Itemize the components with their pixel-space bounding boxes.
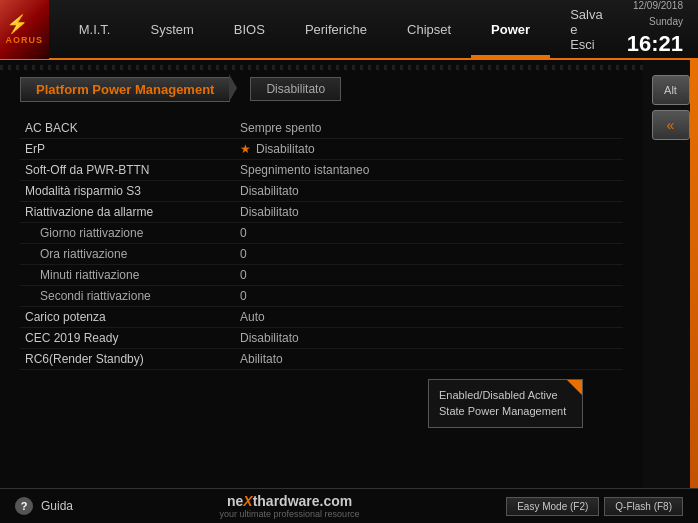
header-bar: ⚡ AORUS M.I.T.SystemBIOSPerifericheChips…	[0, 0, 698, 60]
time-display: 16:21	[623, 29, 683, 60]
settings-row[interactable]: RC6(Render Standby)Abilitato	[20, 349, 623, 370]
setting-name: Carico potenza	[20, 310, 240, 324]
nav-tab-power[interactable]: Power	[471, 0, 550, 58]
setting-value: Disabilitato	[240, 205, 623, 219]
settings-row[interactable]: Minuti riattivazione0	[20, 265, 623, 286]
bottom-bar: ? Guida neXthardware.com your ultimate p…	[0, 488, 698, 523]
setting-name: Soft-Off da PWR-BTTN	[20, 163, 240, 177]
nav-tab-salva[interactable]: Salva e Esci	[550, 0, 623, 58]
bottom-buttons: Easy Mode (F2) Q-Flash (F8)	[506, 497, 683, 516]
setting-value: ★Disabilitato	[240, 142, 623, 156]
setting-value-text: 0	[240, 226, 247, 240]
settings-row[interactable]: Ora riattivazione0	[20, 244, 623, 265]
setting-name: CEC 2019 Ready	[20, 331, 240, 345]
setting-value-text: 0	[240, 289, 247, 303]
section-value: Disabilitato	[250, 77, 341, 101]
setting-value: 0	[240, 247, 623, 261]
date-display: 12/09/2018 Sunday	[633, 0, 683, 26]
setting-name: Secondi riattivazione	[20, 289, 240, 303]
main-content: Platform Power Management Disabilitato A…	[0, 60, 698, 488]
setting-name: ErP	[20, 142, 240, 156]
setting-value-text: 0	[240, 268, 247, 282]
setting-value: 0	[240, 226, 623, 240]
section-title: Platform Power Management	[20, 77, 230, 102]
help-section: ? Guida	[15, 497, 73, 515]
orange-right-bar	[690, 60, 698, 523]
setting-name: Minuti riattivazione	[20, 268, 240, 282]
setting-value-text: Disabilitato	[240, 205, 299, 219]
logo-area: ⚡ AORUS	[0, 0, 49, 59]
setting-value-text: Spegnimento istantaneo	[240, 163, 369, 177]
easy-mode-button[interactable]: Easy Mode (F2)	[506, 497, 599, 516]
section-header: Platform Power Management Disabilitato	[20, 75, 623, 103]
settings-row[interactable]: Modalità risparmio S3Disabilitato	[20, 181, 623, 202]
setting-value: Sempre spento	[240, 121, 623, 135]
help-label: Guida	[41, 499, 73, 513]
setting-value-text: 0	[240, 247, 247, 261]
tooltip-box: Enabled/Disabled Active State Power Mana…	[428, 379, 583, 428]
settings-table: AC BACKSempre spentoErP★DisabilitatoSoft…	[20, 118, 623, 370]
setting-value-text: Sempre spento	[240, 121, 321, 135]
setting-value: Disabilitato	[240, 184, 623, 198]
setting-value: Disabilitato	[240, 331, 623, 345]
settings-row[interactable]: Carico potenzaAuto	[20, 307, 623, 328]
settings-row[interactable]: CEC 2019 ReadyDisabilitato	[20, 328, 623, 349]
setting-value-text: Disabilitato	[240, 331, 299, 345]
alt-button[interactable]: Alt	[652, 75, 690, 105]
nav-tab-chipset[interactable]: Chipset	[387, 0, 471, 58]
setting-value-text: Disabilitato	[240, 184, 299, 198]
content-area: Platform Power Management Disabilitato A…	[0, 60, 643, 488]
setting-value-text: Auto	[240, 310, 265, 324]
settings-row[interactable]: Giorno riattivazione0	[20, 223, 623, 244]
setting-value-text: Disabilitato	[256, 142, 315, 156]
setting-name: RC6(Render Standby)	[20, 352, 240, 366]
setting-name: AC BACK	[20, 121, 240, 135]
nav-tabs: M.I.T.SystemBIOSPerifericheChipsetPowerS…	[49, 0, 623, 58]
settings-row[interactable]: Secondi riattivazione0	[20, 286, 623, 307]
brand-ne: ne	[227, 493, 243, 509]
qflash-button[interactable]: Q-Flash (F8)	[604, 497, 683, 516]
brand-area: neXthardware.com your ultimate professio…	[220, 493, 360, 519]
tooltip-text: Enabled/Disabled Active State Power Mana…	[439, 389, 566, 416]
brand-name: neXthardware.com	[220, 493, 360, 509]
setting-value: Abilitato	[240, 352, 623, 366]
tooltip-corner-icon	[567, 380, 582, 395]
logo-wing-icon: ⚡	[6, 13, 44, 35]
back-button[interactable]: «	[652, 110, 690, 140]
settings-row[interactable]: AC BACKSempre spento	[20, 118, 623, 139]
help-icon[interactable]: ?	[15, 497, 33, 515]
setting-value: Auto	[240, 310, 623, 324]
setting-value: 0	[240, 268, 623, 282]
brand-sub: your ultimate professional resource	[220, 509, 360, 519]
nav-tab-periferiche[interactable]: Periferiche	[285, 0, 387, 58]
settings-row[interactable]: ErP★Disabilitato	[20, 139, 623, 160]
nav-tab-bios[interactable]: BIOS	[214, 0, 285, 58]
nav-tab-mit[interactable]: M.I.T.	[59, 0, 131, 58]
setting-name: Modalità risparmio S3	[20, 184, 240, 198]
nav-tab-system[interactable]: System	[130, 0, 213, 58]
datetime: 12/09/2018 Sunday 16:21	[623, 0, 698, 60]
star-icon: ★	[240, 142, 251, 156]
setting-value: 0	[240, 289, 623, 303]
brand-suffix: hardware.com	[257, 493, 352, 509]
setting-value-text: Abilitato	[240, 352, 283, 366]
setting-name: Giorno riattivazione	[20, 226, 240, 240]
setting-name: Riattivazione da allarme	[20, 205, 240, 219]
settings-row[interactable]: Soft-Off da PWR-BTTNSpegnimento istantan…	[20, 160, 623, 181]
logo-text: AORUS	[6, 35, 44, 46]
settings-row[interactable]: Riattivazione da allarmeDisabilitato	[20, 202, 623, 223]
brand-xt: X	[243, 493, 252, 509]
setting-value: Spegnimento istantaneo	[240, 163, 623, 177]
setting-name: Ora riattivazione	[20, 247, 240, 261]
